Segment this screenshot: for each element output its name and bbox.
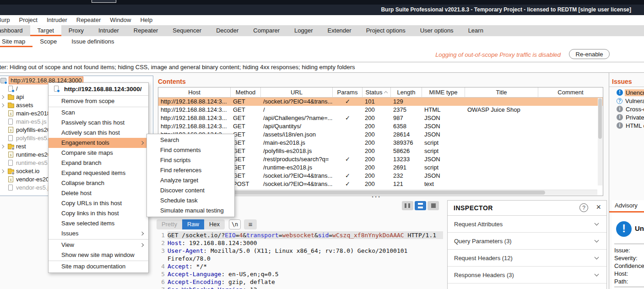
submenu-item-find-scripts[interactable]: Find scripts — [147, 155, 234, 165]
context-menu-item-expand-requested-items[interactable]: Expand requested items — [49, 168, 148, 178]
submenu-item-find-comments[interactable]: Find comments — [147, 145, 234, 155]
column-header-host[interactable]: Host — [158, 87, 231, 98]
tab-comparer[interactable]: Comparer — [246, 25, 287, 36]
cell-params: ✓ — [333, 172, 363, 180]
view-tab-pretty[interactable]: Pretty — [157, 219, 182, 229]
context-menu-title: http://192.168.88.124:3000/ — [64, 86, 142, 93]
issue-item-html-does-not-specify-charset[interactable]: iHTML does not specify charset — [609, 121, 644, 130]
advisory-issue-title: Unencrypted communications — [635, 224, 644, 232]
close-icon[interactable]: × — [596, 202, 601, 212]
context-menu-item-delete-host[interactable]: Delete host — [49, 188, 148, 198]
splitter-handle[interactable]: ··· — [372, 193, 381, 201]
tab-logger[interactable]: Logger — [287, 25, 320, 36]
expand-chevron-icon[interactable] — [0, 104, 4, 107]
context-menu-item-copy-urls-in-this-host[interactable]: Copy URLs in this host — [49, 198, 148, 208]
tab-user-options[interactable]: User options — [413, 25, 461, 36]
submenu-item-schedule-task[interactable]: Schedule task — [147, 196, 234, 206]
context-menu-item-save-selected-items[interactable]: Save selected items — [49, 218, 148, 229]
tab-advisory[interactable]: Advisory — [615, 202, 638, 209]
column-header-status[interactable]: Status — [363, 87, 391, 98]
tab-dashboard[interactable]: Dashboard — [0, 25, 30, 36]
submenu-item-discover-content[interactable]: Discover content — [147, 185, 234, 196]
request-line[interactable]: 3User-Agent: Mozilla/5.0 (X11; Linux x86… — [156, 247, 445, 262]
submenu-item-analyze-target[interactable]: Analyze target — [147, 175, 234, 185]
context-menu-item-copy-links-in-this-host[interactable]: Copy links in this host — [49, 208, 148, 218]
subtab-issue-definitions[interactable]: Issue definitions — [64, 36, 121, 47]
menu-project[interactable]: Project — [14, 15, 42, 25]
re-enable-button[interactable]: Re-enable — [569, 49, 610, 59]
request-line[interactable]: 6Accept-Encoding: gzip, deflate — [156, 278, 445, 286]
scrollbar-thumb[interactable] — [598, 98, 602, 139]
context-menu-item-actively-scan-this-host[interactable]: Actively scan this host — [49, 128, 148, 138]
tab-learn[interactable]: Learn — [461, 25, 491, 36]
request-line[interactable]: 1GET /socket.io/?EIO=4&transport=websock… — [156, 231, 445, 239]
context-menu-item-show-new-site-map-window[interactable]: Show new site map window — [49, 250, 148, 260]
expand-chevron-icon[interactable] — [0, 145, 4, 148]
issue-item-vulnerable-javascript-dependency[interactable]: ?Vulnerable JavaScript dependency — [609, 97, 644, 105]
submenu-item-find-references[interactable]: Find references — [147, 165, 234, 175]
single-layout-button[interactable] — [428, 201, 439, 210]
tab-decoder[interactable]: Decoder — [209, 25, 246, 36]
context-menu-item-passively-scan-this-host[interactable]: Passively scan this host — [49, 118, 148, 128]
context-menu-item-collapse-branch[interactable]: Collapse branch — [49, 178, 148, 188]
columns-layout-button[interactable] — [402, 201, 413, 210]
column-header-length[interactable]: Length — [391, 87, 422, 98]
context-menu-item-issues[interactable]: Issues — [49, 229, 148, 239]
submenu-item-simulate-manual-testing[interactable]: Simulate manual testing — [147, 206, 234, 216]
issue-item-private-ip-addresses-disclosed[interactable]: iPrivate IP addresses disclosed — [609, 113, 644, 121]
show-newlines-button[interactable]: \n — [229, 219, 241, 229]
column-header-url[interactable]: URL — [261, 87, 333, 98]
vertical-scrollbar[interactable] — [598, 98, 602, 185]
tab-repeater[interactable]: Repeater — [126, 25, 165, 36]
inspector-section-request-headers-12[interactable]: Request Headers (12) — [448, 250, 606, 267]
expand-chevron-icon[interactable] — [0, 169, 4, 173]
menu-burp[interactable]: Burp — [0, 15, 14, 25]
table-row[interactable]: http://192.168.88.124:3...GET/api/Quanti… — [158, 122, 603, 131]
request-line[interactable]: 4Accept: */* — [156, 262, 445, 270]
column-header-params[interactable]: Params — [333, 87, 363, 98]
tab-intruder[interactable]: Intruder — [91, 25, 126, 36]
inspector-section-request-attributes[interactable]: Request Attributes — [448, 216, 606, 233]
help-icon[interactable]: ? — [579, 203, 588, 212]
tab-sequencer[interactable]: Sequencer — [165, 25, 209, 36]
column-header-comment[interactable]: Comment — [538, 87, 603, 98]
tab-proxy[interactable]: Proxy — [61, 25, 91, 36]
menu-repeater[interactable]: Repeater — [72, 15, 105, 25]
context-menu-item-expand-branch[interactable]: Expand branch — [49, 158, 148, 168]
table-row[interactable]: http://192.168.88.124:3...GET/api/Challe… — [158, 114, 603, 122]
subtab-scope[interactable]: Scope — [32, 36, 64, 47]
column-header-title[interactable]: Title — [465, 87, 538, 98]
inspector-section-query-parameters-3[interactable]: Query Parameters (3) — [448, 233, 606, 250]
issue-item-cross-domain-script-include[interactable]: iCross-domain script include — [609, 105, 644, 113]
raw-request-editor[interactable]: 1GET /socket.io/?EIO=4&transport=websock… — [156, 231, 445, 289]
tab-project-options[interactable]: Project options — [359, 25, 413, 36]
issue-item-unencrypted-communications[interactable]: !Unencrypted communications — [609, 88, 644, 97]
context-menu-item-compare-site-maps[interactable]: Compare site maps — [49, 148, 148, 158]
context-menu-item-view[interactable]: View — [49, 240, 148, 250]
column-header-method[interactable]: Method — [231, 87, 261, 98]
filter-bar[interactable]: Filter: Hiding out of scope and not foun… — [0, 62, 644, 73]
view-tab-raw[interactable]: Raw — [182, 219, 204, 229]
editor-menu-button[interactable]: ≡ — [244, 219, 257, 229]
inspector-section-response-headers-3[interactable]: Response Headers (3) — [448, 267, 606, 284]
context-menu-item-engagement-tools[interactable]: Engagement tools — [49, 138, 148, 148]
table-row[interactable]: http://192.168.88.124:3...GET/socket.io/… — [158, 98, 603, 106]
rows-layout-button[interactable] — [415, 201, 426, 210]
view-tab-hex[interactable]: Hex — [204, 219, 225, 229]
context-menu-item-site-map-documentation[interactable]: Site map documentation — [49, 262, 148, 272]
menu-window[interactable]: Window — [105, 15, 135, 25]
request-line[interactable]: 5Accept-Language: en-US,en;q=0.5 — [156, 270, 445, 278]
context-menu-item-scan[interactable]: Scan — [49, 108, 148, 118]
menu-intruder[interactable]: Intruder — [42, 15, 72, 25]
menu-help[interactable]: Help — [135, 15, 157, 25]
table-row[interactable]: http://192.168.88.124:3...GET/2002375HTM… — [158, 106, 603, 114]
tab-extender[interactable]: Extender — [320, 25, 359, 36]
column-header-mime-type[interactable]: MIME type — [422, 87, 465, 98]
expand-chevron-icon[interactable] — [0, 95, 4, 99]
context-menu-item-remove-from-scope[interactable]: Remove from scope — [49, 96, 148, 106]
request-line[interactable]: 2Host: 192.168.88.124:3000 — [156, 239, 445, 247]
tab-target[interactable]: Target — [30, 25, 61, 36]
submenu-item-search[interactable]: Search — [147, 135, 234, 145]
request-line[interactable]: 7Sec-WebSocket-Version: 13 — [156, 286, 445, 289]
subtab-site-map[interactable]: Site map — [0, 36, 32, 47]
